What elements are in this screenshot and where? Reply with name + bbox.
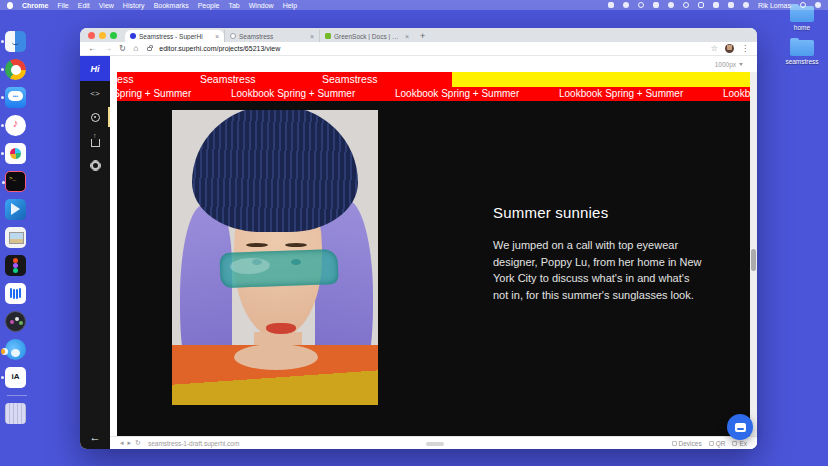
menu-help[interactable]: Help [283, 2, 297, 9]
resize-handle[interactable] [426, 442, 444, 446]
menu-view[interactable]: View [99, 2, 114, 9]
ia-writer-icon[interactable] [5, 367, 26, 388]
siri-icon[interactable] [815, 2, 821, 8]
tab-title: Seamstress [239, 33, 307, 40]
slack-icon[interactable] [5, 143, 26, 164]
preview-reload-icon[interactable]: ↻ [135, 439, 141, 447]
article-body: We jumped on a call with top eyewear des… [493, 237, 705, 303]
chrome-icon[interactable] [5, 59, 26, 80]
editor-back-button[interactable]: ← [80, 431, 110, 443]
reload-icon[interactable]: ↻ [119, 44, 126, 53]
vscode-icon[interactable] [5, 199, 26, 220]
menu-window[interactable]: Window [249, 2, 274, 9]
display-icon[interactable] [698, 2, 704, 8]
code-view-button[interactable]: <> [80, 81, 110, 105]
minimize-window-button[interactable] [99, 32, 106, 39]
menu-file[interactable]: File [57, 2, 68, 9]
twitter-icon[interactable] [5, 339, 26, 360]
zoom-window-button[interactable] [110, 32, 117, 39]
tab-seamstress[interactable]: Seamstress × [224, 30, 319, 42]
headphones-icon[interactable] [743, 2, 749, 8]
intercom-app-icon[interactable] [5, 283, 26, 304]
marquee-text: Lookbook Spring + Summer [723, 87, 750, 101]
export-button[interactable]: Ex [732, 440, 747, 447]
meet-icon[interactable] [683, 2, 689, 8]
eyebrow-left [246, 243, 268, 247]
close-tab-icon[interactable]: × [215, 33, 219, 40]
tab-title: Seamstress - SuperHi [139, 33, 212, 40]
viewport-size-label[interactable]: 1000px [715, 61, 736, 68]
scrollbar-thumb[interactable] [751, 249, 756, 271]
marquee-text: Lookbook Spring + Summer [559, 87, 723, 101]
close-tab-icon[interactable]: × [310, 33, 314, 40]
settings-button[interactable] [80, 153, 110, 177]
preview-forward-icon[interactable]: ▸ [128, 439, 132, 447]
chat-icon [735, 423, 746, 432]
chat-bubble[interactable] [727, 414, 753, 440]
tab-greensock[interactable]: GreenSock | Docs | GSAP | g... × [319, 30, 414, 42]
export-icon [732, 441, 737, 446]
menubar-username[interactable]: Rik Lomas [758, 2, 791, 9]
superhi-logo[interactable]: Hi [80, 56, 110, 81]
tab-seamstress-superhi[interactable]: Seamstress - SuperHi × [125, 30, 224, 42]
qr-icon [709, 441, 714, 446]
terminal-icon[interactable] [5, 171, 26, 192]
volume-icon[interactable] [728, 2, 734, 8]
preview-view-button[interactable] [80, 105, 110, 129]
trash-icon[interactable] [5, 403, 26, 424]
folder-label: home [780, 24, 824, 31]
dock-divider [7, 395, 27, 396]
share-button[interactable] [80, 129, 110, 153]
home-icon[interactable]: ⌂ [133, 44, 138, 53]
preview-app-icon[interactable] [5, 227, 26, 248]
wifi-icon[interactable] [713, 2, 719, 8]
tab-title: GreenSock | Docs | GSAP | g... [334, 33, 402, 40]
tab-strip: Seamstress - SuperHi × Seamstress × Gree… [80, 28, 757, 42]
bookmark-star-icon[interactable]: ☆ [711, 44, 718, 53]
preview-scrollbar[interactable] [750, 72, 757, 436]
shield-icon[interactable] [653, 2, 659, 8]
forward-icon[interactable]: → [104, 44, 113, 53]
desktop-folder-seamstress[interactable]: seamstress [780, 40, 824, 65]
messages-icon[interactable] [5, 87, 26, 108]
chevron-down-icon[interactable] [739, 63, 743, 66]
gear-icon [91, 161, 100, 170]
back-icon[interactable]: ← [88, 44, 97, 53]
model-photo [172, 110, 378, 405]
apple-icon[interactable] [7, 2, 13, 9]
sunglasses [219, 249, 338, 288]
marquee-text: Lookbook Spring + Summer [117, 87, 231, 101]
music-icon[interactable] [5, 115, 26, 136]
menu-history[interactable]: History [123, 2, 145, 9]
beanie [192, 110, 358, 232]
browser-menu-icon[interactable]: ⋮ [741, 44, 749, 53]
menu-edit[interactable]: Edit [78, 2, 90, 9]
preview-back-icon[interactable]: ◂ [120, 439, 124, 447]
qr-button[interactable]: QR [709, 440, 726, 447]
site-preview: Seamstress Seamstress Seamstress Lookboo… [117, 72, 750, 436]
figma-icon[interactable] [5, 255, 26, 276]
status-dot-icon[interactable] [623, 2, 629, 8]
globe-icon[interactable] [668, 2, 674, 8]
marquee-text: Lookbook Spring + Summer [231, 87, 395, 101]
devices-button[interactable]: Devices [672, 440, 702, 447]
menu-bookmarks[interactable]: Bookmarks [154, 2, 189, 9]
menu-tab[interactable]: Tab [228, 2, 239, 9]
clock-icon[interactable] [638, 2, 644, 8]
screen-mirroring-icon[interactable] [608, 2, 614, 8]
finder-icon[interactable] [5, 31, 26, 52]
profile-avatar[interactable] [725, 44, 734, 53]
screen-recorder-icon[interactable] [5, 311, 26, 332]
menu-chrome[interactable]: Chrome [22, 2, 48, 9]
marquee-text: Lookbook Spring + Summer [395, 87, 559, 101]
editor-bottom-bar: ◂ ▸ ↻ seamstress-1-draft.superhi.com Dev… [110, 436, 757, 449]
search-icon[interactable] [800, 2, 806, 8]
editor-sidebar: Hi <> ← [80, 56, 110, 449]
close-tab-icon[interactable]: × [405, 33, 409, 40]
address-bar[interactable]: editor.superhi.com/projects/65213/view [159, 45, 704, 52]
menu-people[interactable]: People [198, 2, 220, 9]
code-icon: <> [90, 89, 100, 98]
preview-url[interactable]: seamstress-1-draft.superhi.com [148, 440, 239, 447]
new-tab-button[interactable]: + [414, 31, 431, 42]
close-window-button[interactable] [88, 32, 95, 39]
